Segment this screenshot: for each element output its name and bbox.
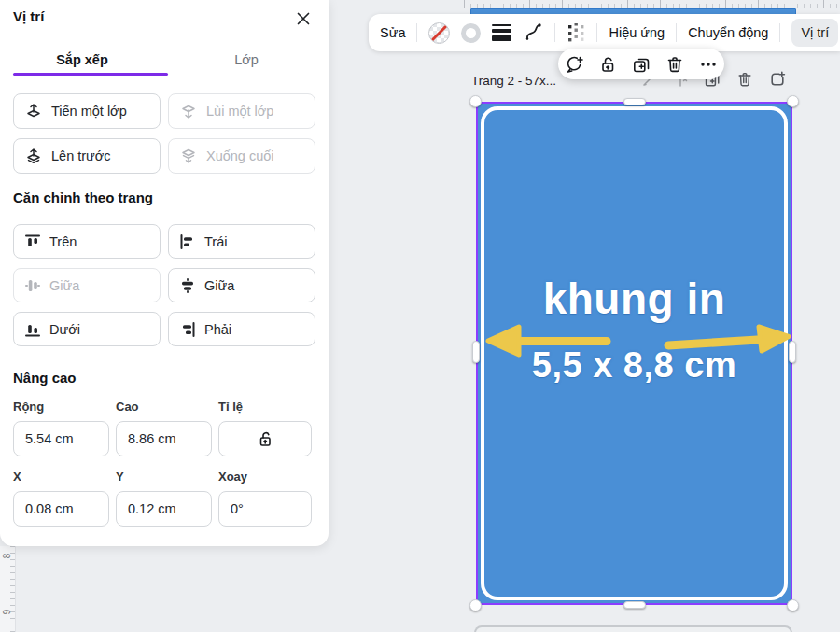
page-title[interactable]: Trang 2 - 57x... — [471, 74, 556, 88]
resize-handle-top[interactable] — [623, 98, 646, 105]
toolbar-divider — [596, 23, 597, 42]
vertical-ruler: 8 9 — [0, 546, 16, 632]
toolbar-divider — [779, 23, 780, 42]
button-label: Trái — [204, 234, 227, 249]
height-input[interactable] — [116, 421, 212, 456]
align-center-button[interactable]: Giữa — [168, 268, 315, 302]
send-backward-icon — [180, 103, 197, 119]
resize-handle-right[interactable] — [789, 341, 796, 363]
element-toolbar: Sửa Hiệu ứng Chuyển động Vị trí — [369, 14, 840, 51]
height-label: Cao — [116, 400, 212, 414]
align-top-button[interactable]: Trên — [13, 224, 161, 259]
x-label: X — [13, 470, 109, 484]
lock-open-ratio-icon — [255, 428, 275, 449]
button-label: Trên — [49, 234, 77, 249]
effects-button[interactable]: Hiệu ứng — [609, 25, 665, 40]
x-input[interactable] — [13, 491, 109, 527]
align-middle-icon — [25, 278, 40, 293]
button-label: Lùi một lớp — [206, 104, 273, 119]
duplicate-icon[interactable] — [632, 55, 651, 74]
next-page-preview[interactable] — [474, 625, 792, 632]
button-label: Tiến một lớp — [51, 104, 127, 119]
align-left-button[interactable]: Trái — [168, 224, 315, 259]
bring-to-front-button[interactable]: Lên trước — [13, 138, 161, 174]
y-input[interactable] — [116, 491, 212, 527]
bring-forward-button[interactable]: Tiến một lớp — [13, 93, 161, 129]
resize-handle-bottom-right[interactable] — [787, 599, 799, 611]
send-to-back-icon — [180, 147, 197, 164]
no-fill-color-icon[interactable] — [428, 22, 450, 44]
active-tab-underline — [13, 73, 168, 76]
ratio-label: Tỉ lệ — [218, 400, 312, 414]
button-label: Phải — [204, 322, 231, 337]
delete-icon[interactable] — [665, 55, 684, 74]
canvas-text-line1[interactable]: khung in — [476, 274, 792, 324]
align-center-icon — [180, 278, 195, 293]
toolbar-divider — [416, 23, 417, 42]
button-label: Giữa — [204, 278, 234, 293]
toolbar-divider — [676, 23, 677, 42]
rotate-label: Xoay — [218, 470, 312, 484]
ruler-label: 9 — [2, 606, 12, 619]
border-weight-icon[interactable] — [492, 24, 511, 41]
horizontal-ruler-major-ticks — [464, 0, 840, 8]
resize-handle-bottom-left[interactable] — [469, 599, 482, 611]
toolbar-divider — [554, 23, 555, 42]
resize-handle-top-left[interactable] — [469, 95, 482, 107]
align-bottom-icon — [25, 322, 40, 337]
animation-button[interactable]: Chuyển động — [688, 25, 768, 40]
canvas-text-line2[interactable]: 5,5 x 8,8 cm — [476, 343, 792, 387]
send-to-back-button[interactable]: Xuống cuối — [168, 138, 315, 174]
ruler-label: 8 — [2, 550, 12, 563]
transparency-icon[interactable] — [567, 23, 585, 42]
button-label: Xuống cuối — [206, 148, 274, 163]
element-context-toolbar — [558, 49, 724, 79]
bring-forward-icon — [25, 103, 42, 119]
lock-open-icon[interactable] — [598, 55, 617, 74]
ratio-lock-button[interactable] — [218, 421, 312, 456]
bring-to-front-icon — [25, 147, 42, 164]
width-label: Rộng — [13, 400, 109, 414]
comment-add-icon[interactable] — [565, 55, 583, 74]
position-panel: Vị trí Sắp xếp Lớp Tiến một lớp Lùi một … — [0, 0, 329, 546]
button-label: Lên trước — [51, 148, 111, 163]
send-backward-button[interactable]: Lùi một lớp — [168, 93, 315, 129]
button-label: Dưới — [49, 322, 80, 337]
tab-layers[interactable]: Lớp — [164, 49, 329, 71]
y-label: Y — [116, 470, 212, 484]
rotate-input[interactable] — [218, 491, 312, 527]
align-top-icon — [25, 234, 40, 249]
align-middle-button[interactable]: Giữa — [13, 268, 161, 302]
resize-handle-left[interactable] — [472, 341, 480, 363]
edit-button[interactable]: Sửa — [380, 25, 405, 40]
align-bottom-button[interactable]: Dưới — [13, 312, 161, 346]
border-color-icon[interactable] — [461, 23, 481, 43]
advanced-section-title: Nâng cao — [13, 370, 77, 386]
delete-page-icon[interactable] — [736, 71, 753, 88]
button-label: Giữa — [49, 278, 79, 293]
align-right-button[interactable]: Phải — [168, 312, 315, 346]
close-icon[interactable] — [295, 10, 312, 27]
align-left-icon — [180, 234, 195, 249]
line-style-icon[interactable] — [523, 22, 543, 43]
align-section-title: Căn chỉnh theo trang — [13, 190, 153, 205]
panel-title: Vị trí — [13, 8, 44, 24]
canvas-page[interactable]: khung in 5,5 x 8,8 cm — [476, 102, 792, 605]
resize-handle-bottom[interactable] — [623, 601, 646, 609]
tab-arrange[interactable]: Sắp xếp — [0, 49, 164, 71]
position-button-active[interactable]: Vị trí — [791, 19, 838, 47]
width-input[interactable] — [13, 421, 109, 456]
align-right-icon — [180, 322, 195, 337]
add-page-icon[interactable] — [769, 71, 786, 88]
more-icon[interactable] — [699, 55, 718, 74]
resize-handle-top-right[interactable] — [787, 95, 799, 107]
